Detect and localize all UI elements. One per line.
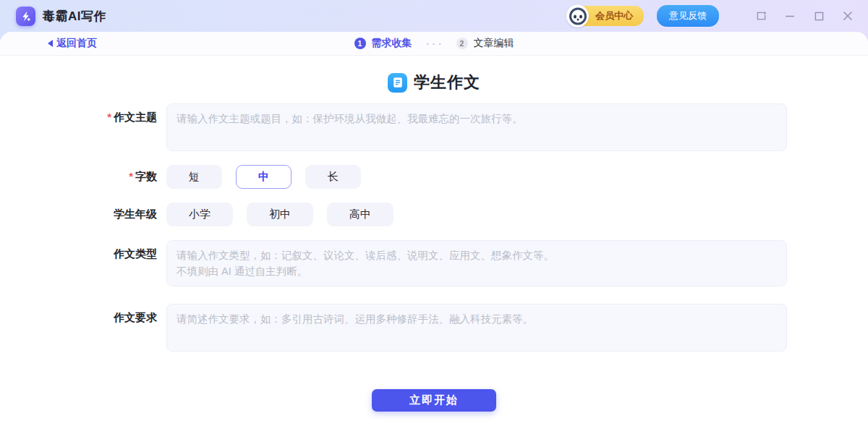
titlebar: 毒霸AI写作 会员中心 意见反馈 xyxy=(0,0,868,32)
step-1-requirements: 1 需求收集 xyxy=(354,37,412,50)
close-icon[interactable] xyxy=(842,10,854,22)
main-panel: 返回首页 1 需求收集 ··· 2 文章编辑 学生作文 xyxy=(0,32,868,434)
essay-type-label: 作文类型 xyxy=(81,240,157,286)
word-count-options: 短 中 长 xyxy=(166,165,787,189)
step-2-number: 2 xyxy=(456,38,468,49)
step-2-article-edit: 2 文章编辑 xyxy=(456,37,514,50)
back-arrow-icon xyxy=(48,40,53,47)
nav-row: 返回首页 1 需求收集 ··· 2 文章编辑 xyxy=(0,32,868,56)
user-avatar[interactable] xyxy=(566,5,589,27)
app-logo-icon xyxy=(16,7,35,26)
requirements-label: 作文要求 xyxy=(81,304,157,352)
minimize-icon[interactable] xyxy=(784,10,796,22)
app-title: 毒霸AI写作 xyxy=(43,8,106,25)
topic-label: *作文主题 xyxy=(81,103,157,151)
requirements-input[interactable] xyxy=(166,304,787,352)
maximize-icon[interactable] xyxy=(813,10,825,22)
grade-option-senior[interactable]: 高中 xyxy=(327,203,393,226)
word-count-option-medium[interactable]: 中 xyxy=(236,165,292,189)
member-center[interactable]: 会员中心 xyxy=(566,6,644,26)
requirements-row: 作文要求 xyxy=(81,304,787,352)
grade-row: 学生年级 小学 初中 高中 xyxy=(81,203,787,226)
avatar-face-icon xyxy=(569,7,587,25)
essay-type-input[interactable] xyxy=(166,240,787,286)
steps-indicator: 1 需求收集 ··· 2 文章编辑 xyxy=(0,32,868,55)
step-1-number: 1 xyxy=(354,38,366,49)
required-asterisk: * xyxy=(107,111,111,123)
step-2-label: 文章编辑 xyxy=(474,37,514,50)
start-button[interactable]: 立即开始 xyxy=(372,389,496,412)
word-count-option-long[interactable]: 长 xyxy=(305,165,361,189)
page-title: 学生作文 xyxy=(414,72,480,93)
step-1-label: 需求收集 xyxy=(372,37,412,50)
grade-label: 学生年级 xyxy=(81,208,157,221)
topic-row: *作文主题 xyxy=(81,103,787,151)
grade-option-primary[interactable]: 小学 xyxy=(166,203,233,226)
word-count-label: *字数 xyxy=(81,170,157,184)
new-window-icon[interactable] xyxy=(755,10,767,22)
word-count-row: *字数 短 中 长 xyxy=(81,165,787,189)
essay-type-row: 作文类型 xyxy=(81,240,787,286)
required-asterisk: * xyxy=(129,170,133,182)
topic-input[interactable] xyxy=(166,103,787,151)
feedback-button[interactable]: 意见反馈 xyxy=(657,5,719,27)
grade-option-junior[interactable]: 初中 xyxy=(247,203,313,226)
word-count-option-short[interactable]: 短 xyxy=(166,165,222,189)
steps-dots: ··· xyxy=(427,38,445,49)
grade-options: 小学 初中 高中 xyxy=(166,203,787,226)
window-controls xyxy=(738,10,854,22)
document-icon xyxy=(388,73,407,93)
back-to-home-link[interactable]: 返回首页 xyxy=(48,37,97,50)
page-title-row: 学生作文 xyxy=(0,72,868,93)
back-link-label: 返回首页 xyxy=(56,37,97,50)
essay-form: *作文主题 *字数 短 中 长 学生年级 小学 初中 高中 xyxy=(81,103,787,412)
